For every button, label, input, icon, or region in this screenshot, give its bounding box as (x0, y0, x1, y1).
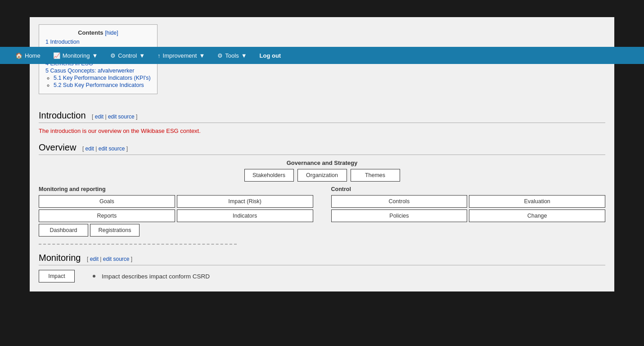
dashboard-box[interactable]: Dashboard (39, 224, 88, 237)
nav-control[interactable]: ⚙ Control ▼ (104, 47, 151, 64)
control-label: Control (331, 186, 606, 192)
toc-item-5-2: 5.2 Sub Key Performance Indicators (54, 82, 151, 88)
change-box[interactable]: Change (469, 209, 605, 222)
control-icon: ⚙ (110, 52, 116, 59)
governance-label: Governance and Strategy (39, 159, 605, 166)
themes-box[interactable]: Themes (351, 169, 400, 182)
toc-link-1[interactable]: 1 Introduction (45, 39, 80, 45)
monitoring-impact-box[interactable]: Impact (39, 270, 75, 282)
impact-risk-box[interactable]: Impact (Risk) (177, 195, 313, 208)
improvement-icon: ↑ (158, 52, 161, 59)
monitoring-edit-source-link[interactable]: edit source (103, 256, 130, 262)
control-grid: Controls Evaluation Policies Change (331, 195, 606, 222)
reports-box[interactable]: Reports (39, 209, 175, 222)
monitoring-desc-text: Impact describes impact conform CSRD (102, 273, 210, 280)
toc-hide-button[interactable]: [hide] (105, 30, 118, 36)
nav-monitoring[interactable]: 📈 Monitoring ▼ (47, 47, 104, 64)
toc-title: Contents [hide] (45, 29, 151, 36)
introduction-heading: Introduction [ edit | edit source ] (39, 110, 605, 123)
control-section: Control Controls Evaluation Policies Cha… (331, 186, 606, 237)
goals-box[interactable]: Goals (39, 195, 175, 208)
toc-sublist-5: 5.1 Key Performance Indicators (KPI's) 5… (54, 75, 151, 88)
indicators-box[interactable]: Indicators (177, 209, 313, 222)
chevron-down-icon: ▼ (139, 52, 145, 59)
monitoring-heading: Monitoring [ edit | edit source ] (39, 253, 605, 265)
monitoring-reporting-label: Monitoring and reporting (39, 186, 313, 192)
home-icon: 🏠 (15, 52, 23, 59)
organization-box[interactable]: Organization (297, 169, 347, 182)
toc-link-5-1[interactable]: 5.1 Key Performance Indicators (KPI's) (54, 75, 151, 81)
introduction-text: The introduction is our overview on the … (39, 127, 605, 134)
monitoring-section: Impact Impact describes impact conform C… (39, 270, 605, 282)
overview-edit-link[interactable]: edit (86, 146, 94, 152)
governance-row: Stakeholders Organization Themes (39, 169, 605, 182)
chevron-down-icon: ▼ (199, 52, 205, 59)
evaluation-box[interactable]: Evaluation (469, 195, 605, 208)
toc-item-5: 5 Casus Qconcepts: afvalverwerker 5.1 Ke… (45, 68, 151, 88)
navbar: 🏠 Home 📈 Monitoring ▼ ⚙ Control ▼ ↑ Impr… (0, 47, 644, 64)
toc-link-5[interactable]: 5 Casus Qconcepts: afvalverwerker (45, 68, 134, 74)
overview-diagram: Governance and Strategy Stakeholders Org… (39, 159, 605, 237)
toc-link-5-2[interactable]: 5.2 Sub Key Performance Indicators (54, 82, 144, 88)
toc-item-5-1: 5.1 Key Performance Indicators (KPI's) (54, 75, 151, 81)
monitoring-reporting-section: Monitoring and reporting Goals Impact (R… (39, 186, 313, 237)
introduction-edit-source-link[interactable]: edit source (108, 114, 135, 120)
nav-home[interactable]: 🏠 Home (9, 47, 47, 64)
section-divider (39, 244, 237, 245)
registrations-box[interactable]: Registrations (90, 224, 140, 237)
nav-logout[interactable]: Log out (253, 47, 288, 64)
monitoring-icon: 📈 (53, 52, 60, 59)
monitoring-description: Impact describes impact conform CSRD (93, 273, 210, 280)
introduction-edit-link[interactable]: edit (95, 114, 104, 120)
chevron-down-icon: ▼ (92, 52, 98, 59)
stakeholders-box[interactable]: Stakeholders (244, 169, 294, 182)
toc-item-1: 1 Introduction (45, 39, 151, 45)
nav-tools[interactable]: ⚙ Tools ▼ (211, 47, 253, 64)
overview-edit-links: [ edit | edit source ] (82, 146, 128, 152)
bullet-icon (93, 275, 95, 278)
controls-box[interactable]: Controls (331, 195, 468, 208)
monitoring-control-split: Monitoring and reporting Goals Impact (R… (39, 186, 605, 237)
policies-box[interactable]: Policies (331, 209, 468, 222)
overview-edit-source-link[interactable]: edit source (99, 146, 125, 152)
standalone-row: Dashboard Registrations (39, 224, 313, 237)
introduction-edit-links: [ edit | edit source ] (92, 114, 137, 120)
tools-icon: ⚙ (217, 52, 223, 59)
monitoring-edit-links: [ edit | edit source ] (87, 256, 132, 262)
chevron-down-icon: ▼ (241, 52, 247, 59)
monitoring-grid: Goals Impact (Risk) Reports Indicators (39, 195, 313, 222)
nav-improvement[interactable]: ↑ Improvement ▼ (151, 47, 211, 64)
monitoring-edit-link[interactable]: edit (90, 256, 99, 262)
overview-heading: Overview [ edit | edit source ] (39, 142, 605, 155)
